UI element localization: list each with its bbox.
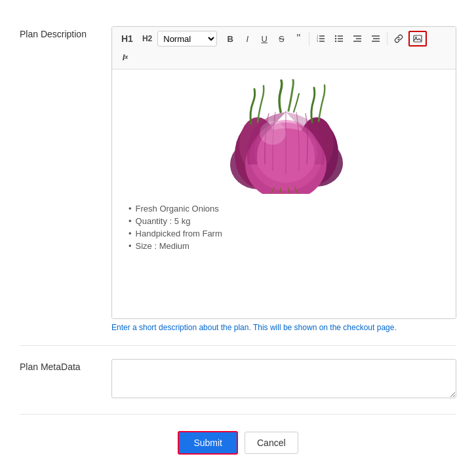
- editor-toolbar: H1 H2 Normal Heading 1 Heading 2 Heading…: [112, 27, 456, 69]
- helper-text-static: Enter a short description about the plan…: [111, 323, 251, 332]
- plan-description-content: H1 H2 Normal Heading 1 Heading 2 Heading…: [111, 26, 456, 332]
- cancel-button[interactable]: Cancel: [245, 432, 298, 454]
- list-item-3: Handpicked from Farm: [129, 229, 446, 238]
- format-select[interactable]: Normal Heading 1 Heading 2 Heading 3 Par…: [157, 31, 217, 47]
- plan-description-label: Plan Description: [20, 26, 111, 39]
- italic-button[interactable]: I: [239, 31, 255, 47]
- submit-row: Submit Cancel: [20, 415, 456, 469]
- helper-text-link: This will be shown on the checkout page.: [253, 323, 397, 332]
- editor-image-area: [122, 79, 446, 194]
- rich-text-editor: H1 H2 Normal Heading 1 Heading 2 Heading…: [111, 26, 456, 319]
- svg-point-11: [335, 41, 336, 42]
- list-item-2: Quantity : 5 kg: [129, 216, 446, 226]
- submit-button[interactable]: Submit: [178, 431, 238, 455]
- toolbar-row-2: Ix: [117, 49, 450, 65]
- toolbar-sep-2: [387, 32, 387, 45]
- outdent-button[interactable]: [367, 31, 384, 47]
- h2-button[interactable]: H2: [138, 31, 156, 47]
- strikethrough-button[interactable]: S: [273, 31, 289, 47]
- plan-metadata-content: [111, 359, 456, 401]
- plan-metadata-input[interactable]: [111, 359, 456, 398]
- toolbar-sep-1: [309, 32, 309, 45]
- list-item-4: Size : Medium: [129, 241, 446, 251]
- plan-description-row: Plan Description H1 H2 Normal Heading 1 …: [20, 13, 456, 346]
- bullet-list: Fresh Organic Onions Quantity : 5 kg Han…: [122, 204, 446, 251]
- svg-text:3: 3: [317, 39, 319, 43]
- page-container: Plan Description H1 H2 Normal Heading 1 …: [0, 0, 476, 469]
- svg-point-19: [416, 37, 417, 38]
- list-item-1: Fresh Organic Onions: [129, 204, 446, 214]
- bold-button[interactable]: B: [222, 31, 238, 47]
- svg-point-10: [335, 38, 336, 39]
- link-button[interactable]: [390, 31, 407, 47]
- svg-point-9: [335, 35, 336, 37]
- quote-button[interactable]: ": [290, 31, 306, 47]
- editor-body[interactable]: Fresh Organic Onions Quantity : 5 kg Han…: [112, 69, 456, 318]
- helper-text: Enter a short description about the plan…: [111, 323, 456, 332]
- unordered-list-button[interactable]: [330, 31, 347, 47]
- plan-metadata-label: Plan MetaData: [20, 359, 111, 372]
- toolbar-row-1: H1 H2 Normal Heading 1 Heading 2 Heading…: [117, 31, 450, 47]
- clear-format-button[interactable]: Ix: [117, 49, 133, 65]
- onion-illustration: [215, 79, 353, 194]
- underline-button[interactable]: U: [256, 31, 272, 47]
- image-button[interactable]: [408, 31, 427, 47]
- plan-metadata-row: Plan MetaData: [20, 346, 456, 415]
- ordered-list-button[interactable]: 1 2 3: [312, 31, 329, 47]
- svg-point-30: [260, 121, 286, 145]
- h1-button[interactable]: H1: [117, 31, 137, 47]
- indent-button[interactable]: [349, 31, 366, 47]
- svg-rect-18: [414, 35, 422, 42]
